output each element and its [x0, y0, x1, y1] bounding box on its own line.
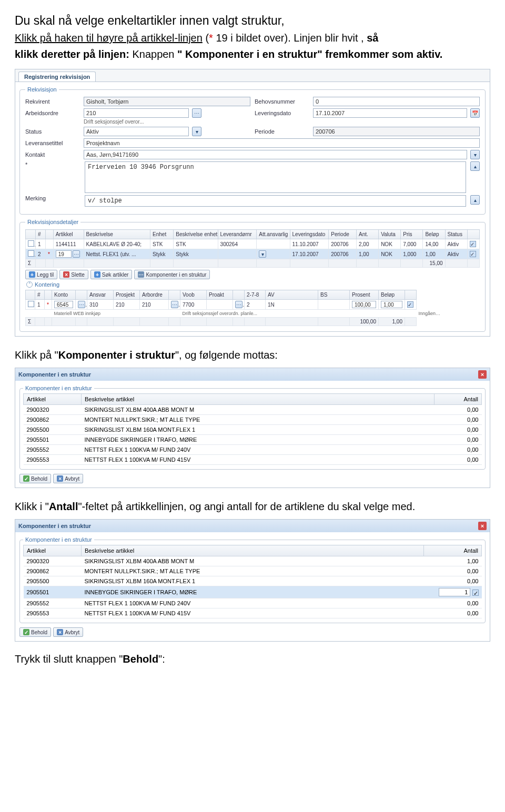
popup-legend-2: Komponenter i en struktur [23, 536, 94, 543]
col-artikkel-2: Artikkel [24, 545, 82, 556]
kontering-header-row: #KontoAnsvarProsjektArbordreVoobProakt2-… [26, 290, 480, 300]
list-item[interactable]: 2905500SIKRINGSLIST XLBM 160A MONT.FLEX … [24, 425, 482, 435]
lbl-required: * [25, 161, 80, 168]
field-rekvirent[interactable] [84, 97, 250, 106]
list-item[interactable]: 2905552NETTST FLEX 1 100KVA M/ FUND 240V… [24, 445, 482, 455]
field-kontakt[interactable] [84, 150, 467, 159]
list-item[interactable]: 2900862MONTERT NULLPKT.SIKR.; MT ALLE TY… [24, 566, 482, 576]
list-item[interactable]: 2900320SIKRINGSLIST XLBM 400A ABB MONT M… [24, 556, 482, 566]
field-merking[interactable]: v/ stolpe [85, 195, 466, 207]
col-antall: Antall [435, 394, 482, 405]
popup-table-2: Artikkel Beskrivelse artikkel Antall 290… [23, 545, 482, 618]
lbl-status: Status [25, 128, 80, 135]
close-icon[interactable]: × [478, 370, 487, 379]
list-item[interactable]: 2900320SIKRINGSLIST XLBM 400A ABB MONT M… [24, 405, 482, 415]
popup-toolbar-2: ✓Behold ×Avbryt [19, 627, 486, 637]
scroll-up-merking-icon[interactable]: ▴ [470, 195, 480, 205]
tab-registrering[interactable]: Registrering rekvisisjon [18, 72, 96, 82]
close-icon-2[interactable]: × [478, 522, 487, 530]
lookup-arbeidsordre-icon[interactable]: ⋯ [192, 108, 201, 118]
kontering-table: #KontoAnsvarProsjektArbordreVoobProakt2-… [25, 290, 480, 326]
popup-title-2: Komponenter i en struktur [18, 523, 91, 529]
popup-toolbar-1: ✓Behold ×Avbryt [19, 474, 486, 483]
intro-text: Du skal nå velge enkeltartikler innen va… [15, 13, 490, 62]
app-panel: Registrering rekvisisjon Rekvisisjon Rek… [15, 69, 490, 337]
detaljer-toolbar: +Legg til ×Slette +Søk artikler ⋯Kompone… [25, 270, 480, 279]
dropdown-status-icon[interactable]: ▾ [192, 127, 201, 136]
table-row[interactable]: 1*⋯310210210⋯7700⋯21N✓ [26, 300, 480, 310]
field-behovsnummer[interactable] [313, 97, 480, 106]
komponenter-button[interactable]: ⋯Komponenter i en struktur [134, 270, 210, 279]
lbl-rekvirent: Rekvirent [25, 98, 80, 105]
scroll-up-icon[interactable]: ▴ [470, 161, 480, 171]
behold-button[interactable]: ✓Behold [19, 474, 51, 483]
sok-artikler-button[interactable]: +Søk artikler [90, 270, 133, 279]
lbl-leveransetittel: Leveransetittel [25, 140, 80, 146]
col-antall-2: Antall [424, 545, 482, 556]
popup-komponenter-2: Komponenter i en struktur × Komponenter … [15, 519, 490, 642]
detaljer-header-row: #ArtikkelBeskrivelseEnhetBeskrivelse enh… [26, 230, 480, 239]
avbryt-button[interactable]: ×Avbryt [53, 474, 83, 483]
field-arbeidsordre[interactable] [84, 108, 189, 118]
mid-text-2: Klikk i "Antall"-feltet på artikkellinje… [15, 500, 490, 514]
behold-button-2[interactable]: ✓Behold [19, 627, 51, 637]
field-status[interactable] [84, 127, 189, 136]
rekvisisjon-section: Rekvisisjon Rekvirent Behovsnummer Arbei… [19, 86, 486, 215]
popup-titlebar: Komponenter i en struktur × [15, 368, 490, 381]
rekvisisjon-legend: Rekvisisjon [25, 86, 59, 93]
col-beskrivelse: Beskrivelse artikkel [82, 394, 435, 405]
antall-input[interactable] [439, 588, 470, 596]
intro-line1: Du skal nå velge enkeltartikler innen va… [15, 13, 490, 29]
lbl-kontakt: Kontakt [25, 151, 80, 158]
foot-text: Trykk til slutt knappen "Behold": [15, 653, 490, 665]
legg-til-button[interactable]: +Legg til [25, 270, 57, 279]
tab-strip: Registrering rekvisisjon [15, 69, 490, 82]
lbl-leveringsdato: Leveringsdato [255, 110, 310, 116]
list-item[interactable]: 2905501INNEBYGDE SIKRINGER I TRAFO, MØRE… [24, 435, 482, 445]
list-item[interactable]: 2905553NETTST FLEX 1 100KVA M/ FUND 415V… [24, 608, 482, 618]
kontering-collapser[interactable]: ˄ Kontering [26, 281, 59, 288]
mid-text-1: Klikk på "Komponenter i struktur", og fø… [15, 348, 490, 362]
col-artikkel: Artikkel [24, 394, 82, 405]
field-leveransetittel[interactable] [84, 138, 480, 148]
lbl-merking: Merking [25, 195, 80, 201]
lbl-behovsnummer: Behovsnummer [255, 98, 310, 105]
slette-button[interactable]: ×Slette [59, 270, 88, 279]
popup-titlebar-2: Komponenter i en struktur × [15, 520, 490, 532]
popup-komponenter-1: Komponenter i en struktur × Komponenter … [15, 368, 490, 488]
popup-title: Komponenter i en struktur [18, 371, 91, 378]
avbryt-button-2[interactable]: ×Avbryt [53, 627, 83, 637]
field-leveringsdato[interactable] [313, 108, 467, 118]
popup-fieldset-2: Komponenter i en struktur Artikkel Beskr… [19, 536, 486, 623]
popup-legend: Komponenter i en struktur [23, 385, 94, 391]
list-item[interactable]: 2900862MONTERT NULLPKT.SIKR.; MT ALLE TY… [24, 415, 482, 425]
detaljer-table: #ArtikkelBeskrivelseEnhetBeskrivelse enh… [25, 229, 480, 268]
intro-line2: Klikk på haken til høyre på artikkel-lin… [15, 31, 490, 45]
table-row[interactable]: 2* ⋯Nettst. FLEX1 (utv. ...StykkStykk▾17… [26, 249, 480, 259]
list-item[interactable]: 2905501INNEBYGDE SIKRINGER I TRAFO, MØRE… [24, 586, 482, 598]
lbl-periode: Periode [255, 128, 310, 135]
chevron-up-icon: ˄ [26, 281, 33, 288]
dropdown-kontakt-icon[interactable]: ▾ [470, 150, 480, 159]
list-item[interactable]: 2905500SIKRINGSLIST XLBM 160A MONT.FLEX … [24, 576, 482, 586]
detaljer-legend: Rekvisisjonsdetaljer [25, 219, 80, 225]
field-periode[interactable] [313, 127, 480, 136]
sum-row: Σ15,00 [26, 259, 480, 268]
arbeidsordre-subnote: Drift seksjonssjef overor... [84, 119, 480, 125]
intro-line3: klikk deretter på linjen: Knappen " Komp… [15, 47, 490, 62]
table-row[interactable]: 11144111KABELKLAVE Ø 20-40;STKSTK3002641… [26, 239, 480, 249]
list-item[interactable]: 2905552NETTST FLEX 1 100KVA M/ FUND 240V… [24, 598, 482, 608]
detaljer-section: Rekvisisjonsdetaljer #ArtikkelBeskrivels… [19, 219, 486, 332]
calendar-icon[interactable]: 📅 [470, 108, 480, 118]
lbl-arbeidsordre: Arbeidsordre [25, 110, 80, 116]
list-item[interactable]: 2905553NETTST FLEX 1 100KVA M/ FUND 415V… [24, 455, 482, 465]
col-beskrivelse-2: Beskrivelse artikkel [82, 545, 424, 556]
field-adresse[interactable]: Frierveien 10 3946 Porsgrunn [85, 161, 466, 193]
popup-table-1: Artikkel Beskrivelse artikkel Antall 290… [23, 393, 482, 465]
popup-fieldset: Komponenter i en struktur Artikkel Beskr… [19, 385, 486, 470]
